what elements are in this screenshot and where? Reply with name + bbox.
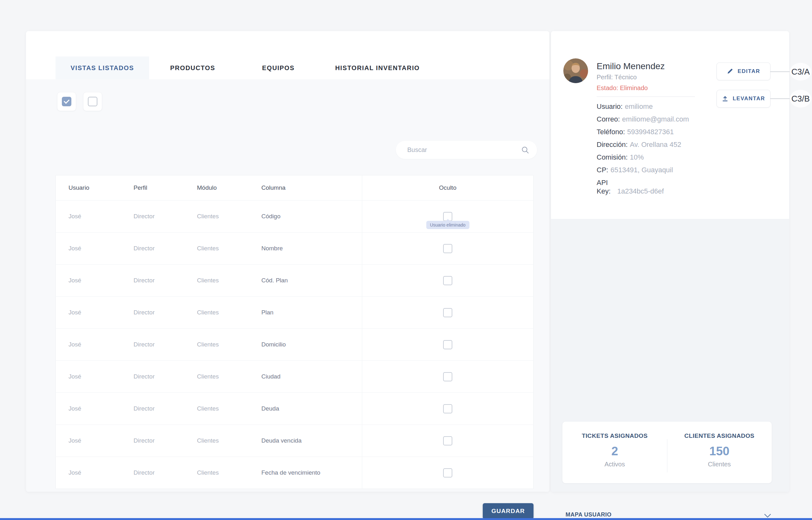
stat-title: CLIENTES ASIGNADOS (684, 433, 755, 439)
bottom-accent-bar (0, 518, 812, 520)
stat-value: 150 (709, 444, 729, 458)
cell-perfil: Director (132, 233, 195, 264)
cell-columna: Deuda (261, 393, 362, 424)
table-row: José Director Clientes Deuda vencida (56, 424, 533, 457)
deleted-user-tooltip: Usuario eliminado (426, 221, 469, 229)
tab-productos[interactable]: PRODUCTOS (149, 56, 236, 79)
listados-body: Usuario Perfil Módulo Columna Oculto Jos… (26, 79, 549, 492)
upload-icon (722, 96, 728, 102)
levantar-label: LEVANTAR (733, 96, 765, 102)
header-oculto: Oculto (362, 176, 533, 200)
cell-columna: Plan (261, 297, 362, 328)
cell-usuario: José (56, 361, 132, 392)
detail-row: Usuario:emiliome (597, 102, 704, 111)
stat-title: TICKETS ASIGNADOS (582, 433, 648, 439)
header-modulo: Módulo (195, 176, 261, 200)
table-row: José Director Clientes Fecha de vencimie… (56, 457, 533, 489)
filter-checkbox[interactable] (62, 97, 71, 106)
detail-row: Comisión:10% (597, 153, 704, 161)
cell-columna: Domicilio (261, 329, 362, 360)
cell-oculto (362, 457, 533, 489)
tab-historial-inventario[interactable]: HISTORIAL INVENTARIO (320, 56, 435, 79)
stat-caption: Clientes (708, 461, 731, 468)
cell-usuario: José (56, 297, 132, 328)
header-perfil: Perfil (132, 176, 195, 200)
cell-columna: Código (261, 201, 362, 232)
cell-perfil: Director (132, 265, 195, 296)
profile-role: Perfil: Técnico (597, 74, 665, 81)
cell-perfil: Director (132, 297, 195, 328)
header-columna: Columna (261, 176, 362, 200)
panel-lower-section: TICKETS ASIGNADOS 2 Activos CLIENTES ASI… (551, 219, 789, 492)
detail-label: Usuario: (597, 102, 623, 110)
detail-value: emiliome (625, 102, 653, 110)
profile-details: Usuario:emiliome Correo:emiliome@gmail.c… (597, 102, 704, 200)
cell-oculto (362, 265, 533, 296)
oculto-checkbox[interactable] (443, 244, 452, 253)
tab-vistas-listados[interactable]: VISTAS LISTADOS (55, 56, 149, 80)
detail-row: API Key:1a234bc5-d6ef (597, 178, 704, 196)
table-row: José Director Clientes Cód. Plan (56, 264, 533, 296)
guardar-button[interactable]: GUARDAR (483, 503, 534, 519)
detail-row: Correo:emiliome@gmail.com (597, 115, 704, 124)
cell-modulo: Clientes (195, 265, 261, 296)
stat-tickets: TICKETS ASIGNADOS 2 Activos (562, 422, 667, 483)
cell-usuario: José (56, 393, 132, 424)
filter-checkbox[interactable] (88, 97, 98, 106)
cell-columna: Deuda vencida (261, 425, 362, 457)
oculto-checkbox[interactable] (443, 340, 452, 349)
detail-value: 1a234bc5-d6ef (617, 187, 664, 195)
profile-name: Emilio Menendez (597, 61, 665, 72)
status-value: Eliminado (620, 84, 648, 92)
editar-button[interactable]: EDITAR (716, 62, 770, 80)
levantar-button[interactable]: LEVANTAR (716, 90, 770, 108)
cell-usuario: José (56, 233, 132, 264)
detail-value: 593994827361 (627, 128, 674, 136)
profile-status: Estado: Eliminado (597, 84, 665, 92)
search-input[interactable] (407, 146, 521, 154)
cell-columna: Nombre (261, 233, 362, 264)
annotation-c3a: C3/A (790, 63, 811, 81)
pencil-icon (727, 68, 733, 75)
app-root: VISTAS LISTADOS PRODUCTOS EQUIPOS HISTOR… (0, 0, 812, 520)
cell-modulo: Clientes (195, 361, 261, 392)
cell-oculto (362, 233, 533, 264)
oculto-checkbox[interactable] (443, 436, 452, 445)
detail-value: 6513491, Guayaquil (611, 166, 673, 174)
search-box (396, 141, 537, 159)
oculto-checkbox[interactable] (443, 404, 452, 413)
cell-oculto (362, 297, 533, 328)
search-icon[interactable] (521, 146, 530, 154)
stat-value: 2 (611, 444, 618, 458)
cell-modulo: Clientes (195, 201, 261, 232)
oculto-checkbox[interactable] (443, 308, 452, 317)
cell-usuario: José (56, 201, 132, 232)
header-usuario: Usuario (56, 176, 132, 200)
table-row: José Director Clientes Plan (56, 296, 533, 328)
stat-clientes: CLIENTES ASIGNADOS 150 Clientes (667, 422, 772, 483)
cell-usuario: José (56, 425, 132, 457)
oculto-checkbox[interactable] (443, 468, 452, 477)
detail-label: API Key: (597, 178, 615, 196)
cell-modulo: Clientes (195, 457, 261, 489)
cell-perfil: Director (132, 457, 195, 489)
cell-modulo: Clientes (195, 297, 261, 328)
cell-perfil: Director (132, 201, 195, 232)
cell-usuario: José (56, 457, 132, 489)
callout-line-b (770, 98, 790, 99)
oculto-checkbox[interactable] (443, 276, 452, 285)
filter-toggle-card[interactable] (57, 92, 76, 111)
table-row: José Director Clientes Código Usuario el… (56, 200, 533, 232)
detail-label: Correo: (597, 115, 620, 123)
cell-oculto (362, 425, 533, 457)
profile-divider (597, 97, 695, 97)
tab-equipos[interactable]: EQUIPOS (236, 56, 320, 79)
oculto-checkbox[interactable] (443, 372, 452, 381)
cell-usuario: José (56, 329, 132, 360)
status-label: Estado: (597, 84, 618, 92)
stats-divider (667, 439, 667, 472)
profile-identity: Emilio Menendez Perfil: Técnico Estado: … (597, 61, 665, 92)
cell-perfil: Director (132, 425, 195, 457)
table-row: José Director Clientes Ciudad (56, 360, 533, 392)
filter-toggle-card[interactable] (83, 92, 102, 111)
